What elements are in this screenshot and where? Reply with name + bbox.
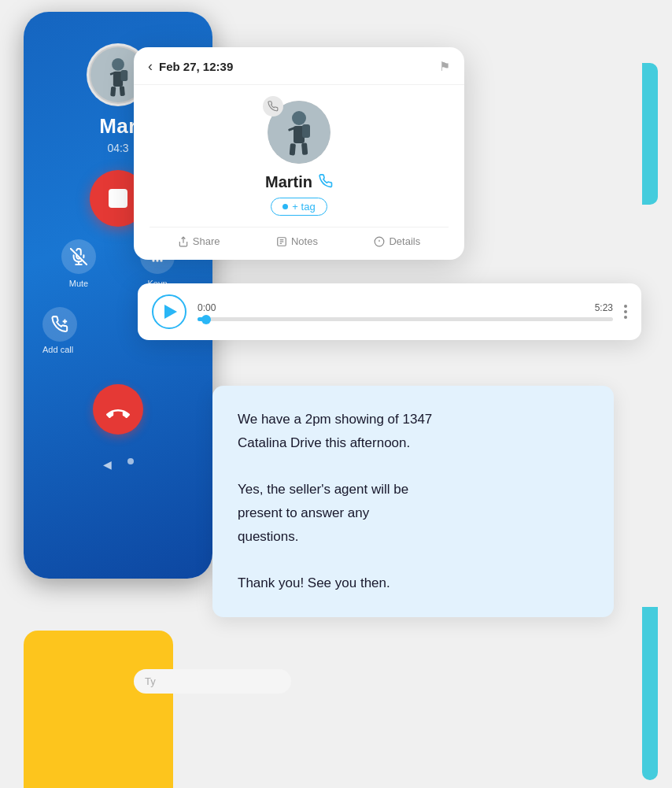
audio-info: 0:00 5:23 [198, 302, 613, 321]
svg-rect-27 [290, 143, 296, 156]
tag-label: + tag [292, 201, 315, 213]
add-call-icon[interactable] [42, 307, 77, 342]
audio-progress-bar[interactable] [198, 317, 613, 321]
teal-decoration-bottom [642, 607, 658, 780]
more-menu-button[interactable] [624, 305, 627, 319]
nav-dot [127, 458, 134, 464]
current-time: 0:00 [198, 302, 216, 313]
contact-name-row: Martin [265, 173, 333, 191]
more-dot-3 [624, 316, 627, 319]
tab-share[interactable]: Share [178, 235, 220, 247]
transcript-line5: questions. [238, 529, 299, 544]
play-button[interactable] [152, 294, 186, 329]
tab-notes[interactable]: Notes [276, 235, 318, 247]
phone-ring-icon [263, 96, 283, 117]
transcript-text: We have a 2pm showing of 1347 Catalina D… [238, 408, 589, 595]
yellow-decoration [24, 631, 173, 788]
transcript-line1: We have a 2pm showing of 1347 [238, 412, 432, 427]
type-input[interactable]: Ty [134, 669, 291, 694]
flag-icon[interactable]: ⚑ [439, 59, 450, 74]
transcript-card: We have a 2pm showing of 1347 Catalina D… [212, 386, 614, 617]
end-call-button[interactable] [93, 384, 143, 435]
mute-label: Mute [69, 279, 88, 288]
total-time: 5:23 [595, 302, 613, 313]
more-dot-2 [624, 310, 627, 313]
stop-icon [109, 189, 127, 208]
header-left: ‹ Feb 27, 12:39 [148, 58, 233, 75]
svg-rect-28 [301, 142, 308, 155]
contact-card-header: ‹ Feb 27, 12:39 ⚑ [134, 47, 464, 85]
end-call-area [24, 384, 212, 435]
svg-rect-6 [120, 86, 125, 96]
add-call-label: Add call [42, 345, 73, 354]
contact-card: ‹ Feb 27, 12:39 ⚑ [134, 47, 464, 260]
svg-rect-7 [121, 70, 128, 81]
type-placeholder: Ty [145, 675, 156, 687]
contact-phone-icon[interactable] [319, 174, 333, 191]
contact-card-body: Martin + tag Share Notes Details [134, 85, 464, 260]
play-icon [164, 305, 177, 319]
transcript-line6: Thank you! See you then. [238, 575, 390, 590]
tag-dot [282, 204, 288, 209]
phone-duration: 04:3 [107, 142, 128, 154]
header-date: Feb 27, 12:39 [159, 60, 233, 73]
tab-details[interactable]: Details [374, 235, 420, 247]
more-dot-1 [624, 305, 627, 308]
transcript-line3: Yes, the seller's agent will be [238, 482, 408, 497]
phone-contact-name: Mar [99, 114, 137, 139]
contact-avatar-wrap [268, 101, 330, 164]
back-arrow-icon[interactable]: ‹ [148, 58, 153, 75]
phone-nav-bar: ◀ [24, 458, 212, 471]
audio-times: 0:00 5:23 [198, 302, 613, 313]
transcript-line4: present to answer any [238, 505, 369, 520]
contact-name: Martin [265, 173, 312, 191]
audio-thumb [201, 315, 211, 324]
contact-tabs: Share Notes Details [150, 227, 449, 247]
teal-decoration-top [642, 63, 658, 205]
svg-point-23 [292, 111, 306, 125]
mute-icon [61, 239, 96, 274]
svg-rect-29 [302, 124, 310, 138]
transcript-line2: Catalina Drive this afternoon. [238, 435, 410, 450]
svg-point-1 [112, 58, 124, 71]
tag-button[interactable]: + tag [271, 198, 327, 216]
audio-player: 0:00 5:23 [138, 283, 641, 340]
nav-back-icon[interactable]: ◀ [103, 458, 112, 471]
svg-rect-5 [110, 87, 116, 97]
mute-button[interactable]: Mute [61, 239, 96, 288]
